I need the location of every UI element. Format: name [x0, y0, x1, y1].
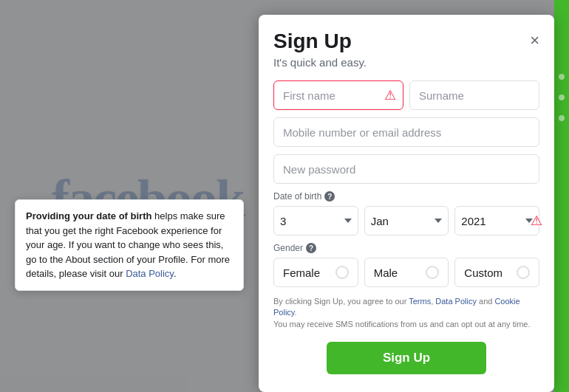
gender-male-option[interactable]: Male: [364, 258, 449, 287]
signup-modal: Sign Up × It's quick and easy. ⚠ Date of…: [259, 15, 554, 392]
signup-button[interactable]: Sign Up: [327, 342, 486, 374]
strip-dot: [559, 94, 565, 100]
dob-month-select[interactable]: Jan Feb Mar Apr May Jun Jul Aug Sep Oct …: [364, 206, 449, 235]
mobile-field: [273, 117, 539, 147]
gender-row: Female Male Custom: [273, 258, 539, 287]
strip-dot: [559, 115, 565, 121]
tooltip-bold: Providing your date of birth: [26, 210, 151, 221]
close-button[interactable]: ×: [530, 32, 539, 49]
name-row: ⚠: [273, 80, 539, 110]
first-name-error-icon: ⚠: [384, 87, 396, 103]
gender-male-radio[interactable]: [426, 266, 439, 279]
password-field: [273, 154, 539, 184]
tooltip-data-policy-link[interactable]: Data Policy: [126, 268, 174, 279]
tooltip-end: .: [174, 268, 177, 279]
password-row: [273, 154, 539, 184]
terms-text: By clicking Sign Up, you agree to our Te…: [273, 296, 539, 330]
gender-female-label: Female: [283, 267, 320, 279]
gender-custom-radio[interactable]: [517, 266, 530, 279]
modal-title: Sign Up: [273, 30, 352, 53]
mobile-row: [273, 117, 539, 147]
password-input[interactable]: [273, 154, 539, 184]
mobile-input[interactable]: [273, 117, 539, 147]
gender-help-icon[interactable]: ?: [306, 243, 316, 253]
sms-terms: You may receive SMS notifications from u…: [273, 320, 531, 329]
gender-male-label: Male: [374, 267, 398, 279]
data-policy-link[interactable]: Data Policy: [435, 297, 477, 306]
gender-custom-label: Custom: [464, 267, 502, 279]
dob-year-select[interactable]: 2021 2020 2019 2000 1990: [454, 206, 539, 235]
dob-help-icon[interactable]: ?: [324, 191, 335, 202]
gender-female-radio[interactable]: [335, 266, 349, 279]
dob-row: 3 1 2 4 5 Jan Feb Mar Apr May Jun Jul Au…: [273, 206, 539, 235]
terms-link[interactable]: Terms: [409, 297, 431, 306]
dob-label: Date of birth ?: [273, 191, 539, 202]
strip-dot: [559, 74, 565, 80]
first-name-field: ⚠: [273, 80, 403, 110]
modal-header: Sign Up ×: [273, 30, 539, 53]
gender-female-option[interactable]: Female: [273, 258, 358, 287]
surname-input[interactable]: [409, 80, 539, 110]
dob-tooltip: Providing your date of birth helps make …: [15, 199, 244, 291]
gender-custom-option[interactable]: Custom: [454, 258, 539, 287]
surname-field: [409, 80, 539, 110]
gender-label: Gender ?: [273, 243, 539, 253]
modal-subtitle: It's quick and easy.: [273, 56, 539, 69]
right-strip: [554, 0, 569, 392]
dob-error-icon: ⚠: [531, 213, 542, 229]
dob-day-select[interactable]: 3 1 2 4 5: [273, 206, 358, 235]
